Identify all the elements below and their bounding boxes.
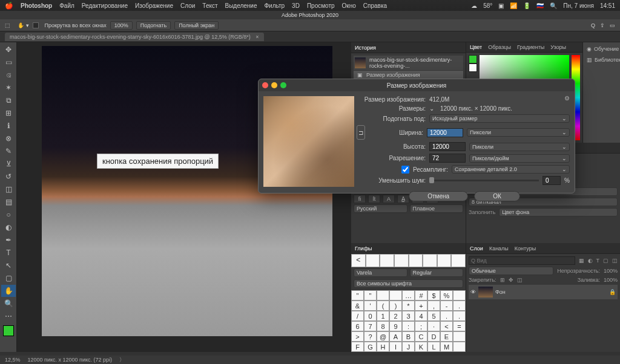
glyph-cell[interactable]: (	[377, 301, 389, 311]
width-unit-select[interactable]: Пиксели⌄	[467, 128, 570, 137]
tray-icon[interactable]: ▣	[498, 2, 504, 9]
status-chevron-icon[interactable]: 〉	[119, 356, 125, 364]
spotlight-icon[interactable]: 🔍	[550, 2, 557, 9]
search-icon[interactable]: Q	[591, 22, 595, 28]
menu-layers[interactable]: Слои	[180, 2, 195, 9]
glyph-font-select[interactable]: Varela	[354, 268, 407, 277]
glyph-cell[interactable]: 3	[402, 311, 415, 321]
glyph-cell[interactable]: 4	[415, 311, 427, 321]
close-window-button[interactable]	[262, 82, 268, 88]
tab-paths[interactable]: Контуры	[515, 245, 536, 252]
fg-swatch[interactable]	[469, 55, 477, 63]
tab-swatches[interactable]: Образцы	[488, 44, 511, 50]
menu-select[interactable]: Выделение	[225, 2, 257, 9]
glyph-cell[interactable]: '	[364, 301, 377, 311]
filter-type-icon[interactable]: T	[596, 258, 600, 264]
filter-shape-icon[interactable]: ▢	[603, 258, 608, 264]
history-tab-label[interactable]: История	[355, 45, 376, 51]
glyph-cell[interactable]: E	[440, 331, 453, 342]
glyph-cell[interactable]: >	[351, 331, 364, 342]
glyph-recent[interactable]	[423, 254, 437, 267]
glyph-cell[interactable]: =	[453, 321, 466, 331]
brush-tool[interactable]: ✎	[1, 145, 16, 157]
glyph-cell[interactable]: ?	[364, 331, 377, 342]
tab-layers[interactable]: Слои	[470, 245, 483, 252]
hand-tool-icon[interactable]: ✋ ▾	[18, 22, 29, 28]
glyph-recent[interactable]	[380, 254, 394, 267]
app-name[interactable]: Photoshop	[21, 2, 52, 9]
hand-tool[interactable]: ✋	[1, 285, 16, 297]
dialog-titlebar[interactable]: Размер изображения	[259, 79, 575, 91]
lock-all-icon[interactable]: ⊞	[500, 277, 505, 283]
glyph-cell[interactable]: G	[364, 342, 377, 352]
history-item[interactable]: macos-big-sur-stock-sedimentary-rocks-ev…	[354, 56, 463, 70]
glyph-cell[interactable]	[389, 290, 402, 301]
glyph-cell[interactable]: D	[427, 331, 440, 342]
glyph-cell[interactable]: :	[402, 321, 415, 331]
stamp-tool[interactable]: ⊻	[1, 158, 16, 170]
glyph-cell[interactable]: -	[440, 301, 453, 311]
close-tab-icon[interactable]: ×	[256, 34, 259, 40]
frame-tool[interactable]: ⊞	[1, 107, 16, 119]
glyph-cell[interactable]: 7	[364, 321, 377, 331]
glyph-recent[interactable]	[451, 254, 466, 267]
scroll-all-checkbox[interactable]	[33, 22, 39, 28]
glyph-cell[interactable]: .	[440, 311, 453, 321]
lock-pixels-icon[interactable]: ◫	[517, 277, 523, 283]
glyph-cell[interactable]	[377, 290, 389, 301]
res-unit-select[interactable]: Пиксели/дюйм⌄	[469, 154, 570, 163]
menu-edit[interactable]: Редактирование	[82, 2, 128, 9]
res-input[interactable]	[429, 154, 466, 163]
glyph-cell[interactable]: 2	[389, 311, 402, 321]
glyph-cell[interactable]: .	[453, 311, 466, 321]
history-panel-tab[interactable]: История	[351, 42, 466, 53]
glyph-cell[interactable]	[453, 331, 466, 342]
type-tool[interactable]: T	[1, 247, 16, 259]
glyph-cell[interactable]: "	[351, 290, 364, 301]
menubar-time[interactable]: 14:51	[600, 2, 615, 9]
cancel-button[interactable]: Отмена	[409, 191, 468, 201]
noise-input[interactable]	[542, 176, 561, 185]
full-screen-button[interactable]: Полный экран	[174, 21, 219, 30]
ok-button[interactable]: ОК	[474, 191, 520, 201]
eraser-tool[interactable]: ◫	[1, 183, 16, 195]
glyph-cell[interactable]: A	[389, 331, 402, 342]
pen-tool[interactable]: ✒	[1, 234, 16, 246]
gear-icon[interactable]: ⚙	[564, 95, 570, 102]
apple-menu-icon[interactable]: 🍎	[5, 2, 13, 10]
width-input[interactable]	[427, 128, 463, 137]
edit-toolbar[interactable]: ⋯	[1, 310, 16, 322]
battery-icon[interactable]: 🔋	[523, 2, 530, 9]
fit-select[interactable]: Исходный размер⌄	[429, 114, 570, 123]
doc-dimensions[interactable]: 12000 пикс. x 12000 пикс. (72 ppi)	[28, 357, 112, 363]
glyph-cell[interactable]: %	[440, 290, 453, 301]
glyph-cell[interactable]: I	[389, 342, 402, 352]
glyph-cell[interactable]: "	[364, 290, 377, 301]
glyph-cell[interactable]: 0	[364, 311, 377, 321]
move-tool[interactable]: ✥	[1, 44, 16, 56]
shape-tool[interactable]: ▢	[1, 272, 16, 284]
menu-help[interactable]: Справка	[363, 2, 387, 9]
tab-channels[interactable]: Каналы	[489, 245, 509, 252]
glyph-cell[interactable]: C	[415, 331, 427, 342]
glyphs-panel-tab[interactable]: Глифы	[351, 243, 466, 254]
filter-pixel-icon[interactable]: ▦	[579, 258, 584, 264]
layer-name[interactable]: Фон	[495, 289, 506, 295]
glyph-cell[interactable]: H	[377, 342, 389, 352]
libraries-panel-button[interactable]: ▥ Библиотеки	[585, 56, 618, 64]
document-tab[interactable]: macos-big-sur-stock-sedimentary-rocks-ev…	[5, 33, 264, 41]
fill-select[interactable]: Цвет фона	[499, 208, 618, 216]
layer-search[interactable]	[469, 256, 575, 265]
glyph-cell[interactable]: 6	[351, 321, 364, 331]
workspace-icon[interactable]: ▭	[610, 22, 615, 28]
glyph-cell[interactable]: &	[351, 301, 364, 311]
glyph-recent[interactable]	[437, 254, 452, 267]
glyph-recent[interactable]: <	[351, 254, 366, 267]
menubar-date[interactable]: Пн, 7 июня	[563, 2, 594, 9]
zoom-tool[interactable]: 🔍	[1, 297, 16, 310]
glyph-cell[interactable]: 9	[389, 321, 402, 331]
glyph-cell[interactable]: )	[389, 301, 402, 311]
glyph-cell[interactable]: 5	[427, 311, 440, 321]
glyph-cell[interactable]: 8	[377, 321, 389, 331]
menu-3d[interactable]: 3D	[292, 2, 300, 9]
